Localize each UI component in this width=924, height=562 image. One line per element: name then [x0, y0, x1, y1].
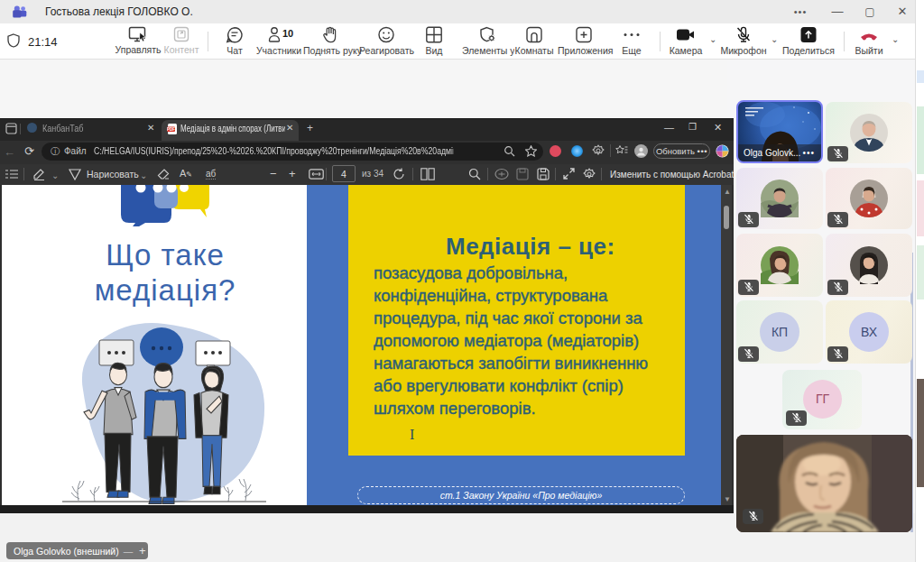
- svg-text:PDF: PDF: [167, 127, 175, 132]
- svg-text:10: 10: [282, 28, 293, 39]
